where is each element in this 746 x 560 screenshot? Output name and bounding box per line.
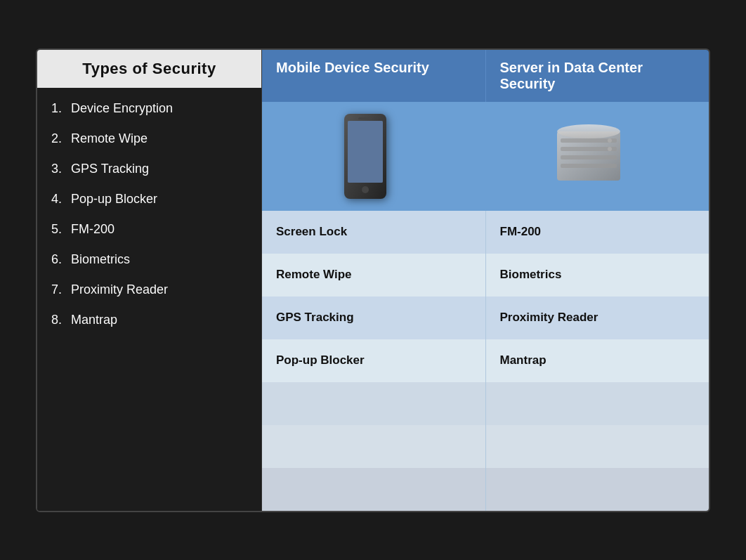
- item-num: 2.: [51, 131, 71, 146]
- list-items: 1.Device Encryption2.Remote Wipe3.GPS Tr…: [37, 88, 261, 341]
- svg-point-6: [557, 124, 620, 138]
- item-label: Biometrics: [71, 252, 130, 267]
- svg-point-12: [608, 147, 612, 151]
- phone-icon: [337, 110, 393, 202]
- item-label: FM-200: [71, 222, 114, 237]
- data-cell-col1: GPS Tracking: [262, 297, 486, 339]
- list-item: 5.FM-200: [37, 214, 261, 245]
- data-cell-col1: [262, 425, 486, 468]
- left-panel: Types of Security 1.Device Encryption2.R…: [37, 50, 262, 511]
- left-header-title: Types of Security: [82, 60, 216, 77]
- data-row: Remote Wipe Biometrics: [262, 254, 709, 297]
- svg-point-11: [608, 138, 612, 143]
- item-num: 6.: [51, 252, 71, 267]
- col2-header: Server in Data Center Security: [486, 50, 709, 102]
- data-row: [262, 382, 709, 425]
- data-cell-col2: [486, 382, 709, 425]
- images-row: [262, 102, 709, 211]
- data-cell-col1: Remote Wipe: [262, 254, 486, 297]
- item-num: 7.: [51, 282, 71, 297]
- item-label: Device Encryption: [71, 101, 173, 116]
- data-cell-col2: [486, 425, 709, 468]
- data-cell-col2: Proximity Reader: [486, 297, 709, 339]
- list-item: 8.Mantrap: [37, 305, 261, 335]
- left-header: Types of Security: [37, 50, 261, 88]
- svg-rect-2: [348, 121, 383, 183]
- svg-rect-9: [561, 155, 617, 159]
- data-cell-col1: [262, 382, 486, 425]
- right-header: Mobile Device Security Server in Data Ce…: [262, 50, 709, 102]
- data-cell-col1: Pop-up Blocker: [262, 339, 486, 382]
- item-num: 8.: [51, 313, 71, 327]
- list-item: 1.Device Encryption: [37, 93, 261, 124]
- data-rows: Screen Lock FM-200 Remote Wipe Biometric…: [262, 211, 709, 511]
- data-row: Screen Lock FM-200: [262, 211, 709, 254]
- item-num: 4.: [51, 192, 71, 207]
- data-cell-col1: Screen Lock: [262, 211, 486, 254]
- data-cell-col1: [262, 468, 486, 511]
- item-num: 3.: [51, 162, 71, 176]
- svg-rect-10: [561, 164, 617, 168]
- list-item: 4.Pop-up Blocker: [37, 184, 261, 214]
- item-label: GPS Tracking: [71, 162, 149, 176]
- list-item: 2.Remote Wipe: [37, 124, 261, 154]
- item-num: 5.: [51, 222, 71, 237]
- svg-rect-4: [358, 117, 372, 119]
- list-item: 3.GPS Tracking: [37, 154, 261, 184]
- slide-container: Types of Security 1.Device Encryption2.R…: [36, 48, 710, 512]
- item-label: Mantrap: [71, 313, 117, 327]
- item-label: Remote Wipe: [71, 131, 148, 146]
- data-cell-col2: [486, 468, 709, 511]
- item-num: 1.: [51, 101, 71, 116]
- data-row: Pop-up Blocker Mantrap: [262, 339, 709, 382]
- col1-header: Mobile Device Security: [262, 50, 486, 102]
- data-row: [262, 468, 709, 511]
- list-item: 6.Biometrics: [37, 245, 261, 275]
- item-label: Pop-up Blocker: [71, 192, 157, 207]
- server-icon: [543, 114, 634, 198]
- data-cell-col2: Mantrap: [486, 339, 709, 382]
- data-cell-col2: FM-200: [486, 211, 709, 254]
- right-panel: Mobile Device Security Server in Data Ce…: [262, 50, 709, 511]
- data-row: GPS Tracking Proximity Reader: [262, 297, 709, 339]
- data-cell-col2: Biometrics: [486, 254, 709, 297]
- svg-point-3: [362, 186, 369, 193]
- data-row: [262, 425, 709, 468]
- list-item: 7.Proximity Reader: [37, 275, 261, 305]
- item-label: Proximity Reader: [71, 282, 168, 297]
